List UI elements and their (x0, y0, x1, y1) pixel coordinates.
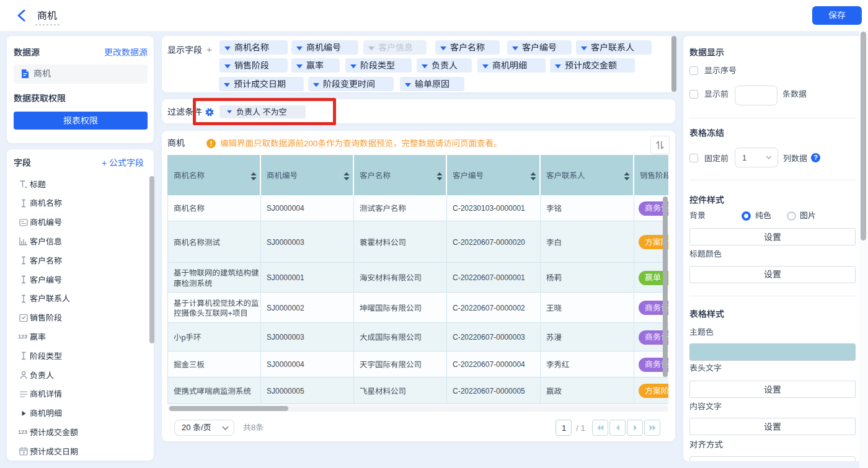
svg-text:+: + (228, 309, 232, 318)
svg-text:/: / (201, 423, 203, 432)
svg-text:20: 20 (182, 423, 190, 432)
svg-text:?: ? (813, 154, 818, 161)
svg-text:8: 8 (251, 423, 255, 432)
svg-text:+: + (102, 158, 107, 168)
svg-text:200: 200 (304, 139, 318, 148)
svg-text:/ 1: / 1 (576, 423, 585, 433)
svg-text:p: p (182, 333, 186, 342)
